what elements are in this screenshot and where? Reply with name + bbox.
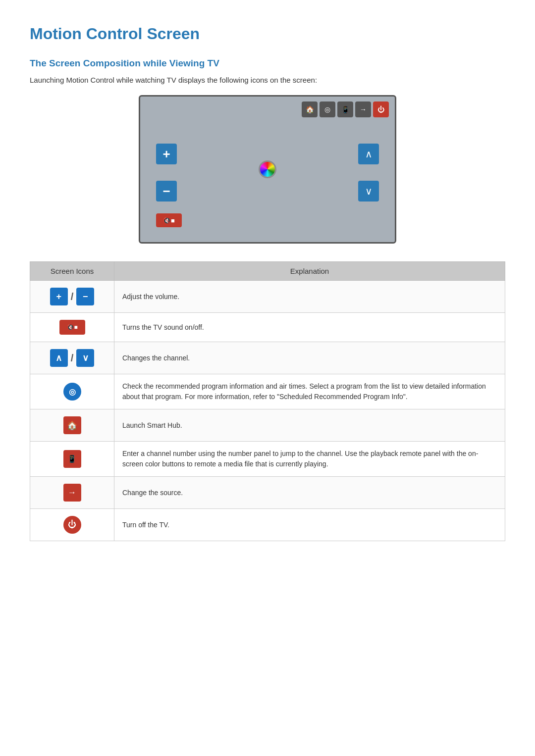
icon-cell-smarthub: 🏠 bbox=[30, 409, 114, 442]
col-explanation: Explanation bbox=[114, 262, 505, 281]
col-screen-icons: Screen Icons bbox=[30, 262, 114, 281]
explanation-smarthub: Launch Smart Hub. bbox=[114, 409, 505, 442]
tv-volume-down-icon: − bbox=[156, 181, 177, 202]
volume-minus-icon: − bbox=[76, 288, 94, 305]
source-icon: → bbox=[63, 484, 81, 502]
icon-cell-power: ⏻ bbox=[30, 509, 114, 541]
volume-plus-icon: + bbox=[50, 288, 68, 305]
icon-cell-vol: + / − bbox=[30, 281, 114, 313]
table-row: ∧ / ∨ Changes the channel. bbox=[30, 342, 505, 374]
numberpanel-icon: 📱 bbox=[63, 450, 81, 468]
tv-channel-up-icon: ∧ bbox=[358, 144, 379, 164]
icon-cell-mute: 🔇■ bbox=[30, 313, 114, 342]
tv-screen-wrapper: 🏠 ◎ 📱 → ⏻ + − 🔇■ ∧ ∨ bbox=[30, 95, 505, 244]
icon-cell-recommended: ◎ bbox=[30, 374, 114, 409]
tv-channel-down-icon: ∨ bbox=[358, 181, 379, 202]
tv-smarthub-icon: 🏠 bbox=[302, 101, 318, 117]
channel-down-icon: ∨ bbox=[76, 349, 94, 367]
page-title: Motion Control Screen bbox=[30, 25, 505, 43]
icon-cell-source: → bbox=[30, 477, 114, 509]
table-row: 🏠 Launch Smart Hub. bbox=[30, 409, 505, 442]
table-row: ⏻ Turn off the TV. bbox=[30, 509, 505, 541]
tv-mute-icon: 🔇■ bbox=[156, 213, 182, 227]
table-row: 🔇■ Turns the TV sound on/off. bbox=[30, 313, 505, 342]
explanation-mute: Turns the TV sound on/off. bbox=[114, 313, 505, 342]
tv-screen: 🏠 ◎ 📱 → ⏻ + − 🔇■ ∧ ∨ bbox=[139, 95, 396, 244]
tv-recommended-icon: ◎ bbox=[320, 101, 335, 117]
recommended-icon: ◎ bbox=[63, 383, 81, 401]
explanation-source: Change the source. bbox=[114, 477, 505, 509]
table-row: → Change the source. bbox=[30, 477, 505, 509]
smarthub-icon: 🏠 bbox=[63, 416, 81, 434]
explanation-vol: Adjust the volume. bbox=[114, 281, 505, 313]
table-row: + / − Adjust the volume. bbox=[30, 281, 505, 313]
icon-cell-numberpanel: 📱 bbox=[30, 442, 114, 477]
channel-up-icon: ∧ bbox=[50, 349, 68, 367]
section-title: The Screen Composition while Viewing TV bbox=[30, 58, 505, 69]
tv-motion-cursor bbox=[259, 160, 276, 178]
explanation-channel: Changes the channel. bbox=[114, 342, 505, 374]
icon-separator: / bbox=[71, 291, 74, 302]
mute-icon: 🔇■ bbox=[59, 320, 85, 335]
icon-separator: / bbox=[71, 353, 74, 364]
tv-source-icon: → bbox=[355, 101, 371, 117]
explanation-numberpanel: Enter a channel number using the number … bbox=[114, 442, 505, 477]
table-row: 📱 Enter a channel number using the numbe… bbox=[30, 442, 505, 477]
intro-text: Launching Motion Control while watching … bbox=[30, 76, 505, 84]
table-row: ◎ Check the recommended program informat… bbox=[30, 374, 505, 409]
tv-top-icons: 🏠 ◎ 📱 → ⏻ bbox=[302, 101, 389, 117]
tv-numberpanel-icon: 📱 bbox=[337, 101, 353, 117]
tv-power-icon: ⏻ bbox=[373, 101, 389, 117]
icons-table: Screen Icons Explanation + / − Adjust th… bbox=[30, 261, 505, 541]
power-icon: ⏻ bbox=[63, 516, 81, 534]
tv-volume-up-icon: + bbox=[156, 144, 177, 164]
explanation-recommended: Check the recommended program informatio… bbox=[114, 374, 505, 409]
icon-cell-channel: ∧ / ∨ bbox=[30, 342, 114, 374]
explanation-power: Turn off the TV. bbox=[114, 509, 505, 541]
